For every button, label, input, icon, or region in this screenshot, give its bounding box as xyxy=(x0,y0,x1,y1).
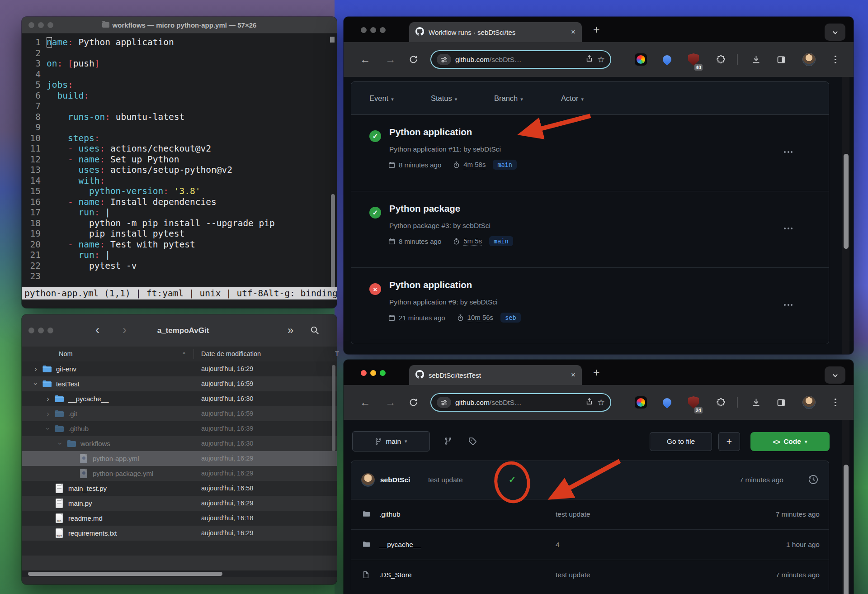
toolbar-overflow-icon[interactable]: » xyxy=(288,314,293,346)
bookmark-star-icon[interactable]: ☆ xyxy=(597,397,605,408)
column-header-date[interactable]: Date de modification xyxy=(201,347,261,361)
browser-tab[interactable]: Workflow runs · sebDtSci/tes × xyxy=(409,22,582,42)
finder-row[interactable]: main_test.pyaujourd’hui, 16:58 xyxy=(22,481,337,496)
window-controls[interactable] xyxy=(28,328,53,333)
column-header-name[interactable]: Nom xyxy=(59,347,73,361)
commit-status-check-icon[interactable]: ✓ xyxy=(509,461,516,499)
branches-icon[interactable] xyxy=(444,437,452,447)
finder-row[interactable]: python-app.ymlaujourd’hui, 16:29 xyxy=(22,451,337,466)
add-file-button[interactable]: + xyxy=(718,432,740,451)
bookmark-star-icon[interactable]: ☆ xyxy=(597,54,605,65)
back-icon[interactable]: ← xyxy=(360,385,370,420)
profile-avatar[interactable] xyxy=(803,42,815,77)
filter-branch[interactable]: Branch▾ xyxy=(494,82,523,115)
column-divider[interactable] xyxy=(333,349,333,359)
editor-text-area[interactable]: 1name: Python application23on: [push]45j… xyxy=(22,33,337,291)
finder-row[interactable]: main.pyaujourd’hui, 16:29 xyxy=(22,496,337,511)
finder-row[interactable]: ›__pycache__aujourd’hui, 16:30 xyxy=(22,391,337,406)
commit-message[interactable]: test update xyxy=(428,461,503,499)
new-tab-button[interactable]: + xyxy=(593,17,600,42)
disclosure-triangle-icon[interactable]: › xyxy=(33,361,39,376)
repo-file-row[interactable]: .DS_Storetest update7 minutes ago xyxy=(351,560,829,590)
downloads-icon[interactable] xyxy=(751,385,761,420)
extension-colorwheel-icon[interactable] xyxy=(635,385,647,420)
finder-row[interactable]: ›git-envaujourd’hui, 16:29 xyxy=(22,361,337,376)
side-panel-icon[interactable] xyxy=(777,42,786,77)
filter-event[interactable]: Event▾ xyxy=(369,82,394,115)
zoom-button[interactable] xyxy=(47,328,53,333)
finder-row[interactable]: TXTrequirements.txtaujourd’hui, 16:29 xyxy=(22,526,337,541)
search-icon[interactable] xyxy=(310,326,319,337)
repo-file-name[interactable]: .DS_Store xyxy=(379,560,412,590)
finder-row[interactable]: ›.githubaujourd’hui, 16:39 xyxy=(22,421,337,436)
zoom-button[interactable] xyxy=(380,27,386,33)
share-icon[interactable] xyxy=(585,55,593,64)
filter-status[interactable]: Status▾ xyxy=(431,82,457,115)
tags-icon[interactable] xyxy=(468,437,476,447)
run-menu-icon[interactable] xyxy=(784,304,793,306)
site-settings-icon[interactable] xyxy=(437,397,451,408)
window-controls[interactable] xyxy=(361,370,386,376)
finder-row[interactable]: MDreadme.mdaujourd’hui, 16:18 xyxy=(22,511,337,526)
run-title[interactable]: Python package xyxy=(389,203,460,214)
disclosure-triangle-icon[interactable]: › xyxy=(41,426,56,432)
workflow-run-item[interactable]: ✓Python applicationPython application #1… xyxy=(351,115,829,191)
repo-file-commit-message[interactable]: test update xyxy=(556,560,590,590)
tab-search-button[interactable] xyxy=(825,366,845,384)
page-scrollbar[interactable] xyxy=(844,154,849,249)
extension-shield-icon[interactable]: 40 xyxy=(688,42,699,77)
back-icon[interactable]: ← xyxy=(360,42,370,77)
run-menu-icon[interactable] xyxy=(784,151,793,153)
tab-close-icon[interactable]: × xyxy=(571,371,576,380)
finder-toolbar[interactable]: ‹ › a_tempoAvGit » xyxy=(22,314,337,347)
back-icon[interactable]: ‹ xyxy=(95,314,99,347)
run-branch-badge[interactable]: main xyxy=(489,236,513,246)
minimize-button[interactable] xyxy=(370,370,376,376)
browser-menu-icon[interactable] xyxy=(835,385,836,420)
finder-row[interactable]: ›testTestaujourd’hui, 16:59 xyxy=(22,376,337,391)
close-button[interactable] xyxy=(28,328,34,333)
code-button[interactable]: <> Code ▾ xyxy=(750,432,830,451)
run-title[interactable]: Python application xyxy=(389,280,472,290)
run-branch-badge[interactable]: seb xyxy=(500,313,520,323)
finder-row[interactable]: ›.gitaujourd’hui, 16:59 xyxy=(22,406,337,421)
repo-file-name[interactable]: __pycache__ xyxy=(379,530,421,560)
run-duration[interactable]: 5m 5s xyxy=(463,237,482,246)
repo-file-row[interactable]: __pycache__41 hour ago xyxy=(351,529,829,560)
side-panel-icon[interactable] xyxy=(777,385,786,420)
tab-search-button[interactable] xyxy=(825,24,845,41)
extension-drop-icon[interactable] xyxy=(663,42,671,77)
url-text[interactable]: github.com/sebDtS… xyxy=(455,56,581,64)
commit-author-avatar[interactable] xyxy=(361,473,375,487)
reload-icon[interactable] xyxy=(409,385,418,420)
downloads-icon[interactable] xyxy=(751,42,761,77)
reload-icon[interactable] xyxy=(409,42,418,77)
extension-colorwheel-icon[interactable] xyxy=(635,42,647,77)
finder-row[interactable]: ›workflowsaujourd’hui, 16:30 xyxy=(22,436,337,451)
extension-drop-icon[interactable] xyxy=(663,385,671,420)
url-bar[interactable]: github.com/sebDtS… ☆ xyxy=(430,393,611,412)
disclosure-triangle-icon[interactable]: › xyxy=(28,381,43,387)
filter-actor[interactable]: Actor▾ xyxy=(561,82,584,115)
column-divider[interactable] xyxy=(193,349,194,359)
run-title[interactable]: Python application xyxy=(389,127,472,138)
go-to-file-button[interactable]: Go to file xyxy=(650,432,712,451)
commit-history-icon[interactable] xyxy=(809,475,818,486)
repo-file-commit-message[interactable]: test update xyxy=(556,499,590,529)
forward-icon[interactable]: → xyxy=(385,385,396,420)
disclosure-triangle-icon[interactable]: › xyxy=(53,441,68,447)
url-bar[interactable]: github.com/sebDtS… ☆ xyxy=(430,50,611,69)
close-button[interactable] xyxy=(361,27,367,33)
url-text[interactable]: github.com/sebDtS… xyxy=(455,399,581,407)
branch-selector-button[interactable]: main ▾ xyxy=(352,431,430,451)
window-controls[interactable] xyxy=(361,27,386,33)
browser-menu-icon[interactable] xyxy=(835,42,836,77)
repo-file-row[interactable]: .githubtest update7 minutes ago xyxy=(351,499,829,529)
close-button[interactable] xyxy=(361,370,367,376)
page-scrollbar[interactable] xyxy=(844,465,849,594)
share-icon[interactable] xyxy=(585,398,593,407)
run-duration[interactable]: 4m 58s xyxy=(463,161,486,169)
tab-close-icon[interactable]: × xyxy=(571,28,576,37)
repo-file-commit-message[interactable]: 4 xyxy=(556,530,560,560)
browser-tab[interactable]: sebDtSci/testTest × xyxy=(409,365,582,385)
